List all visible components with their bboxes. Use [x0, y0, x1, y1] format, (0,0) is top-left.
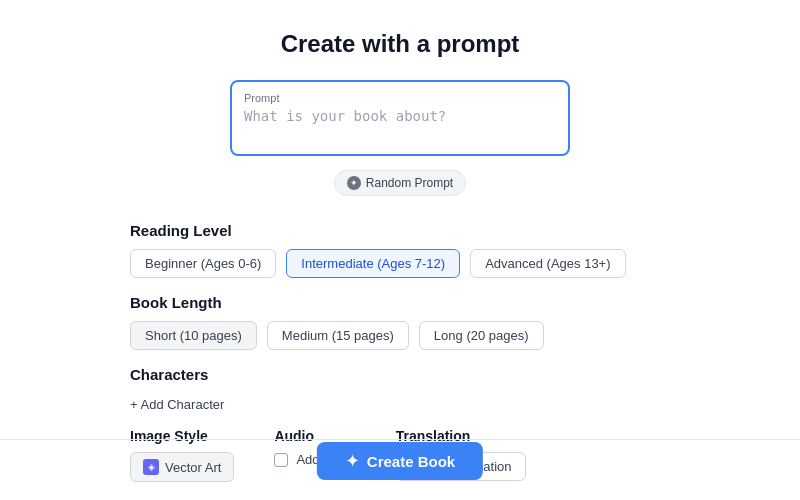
- create-book-button[interactable]: ✦ Create Book: [317, 442, 483, 480]
- reading-level-section: Reading Level Beginner (Ages 0-6) Interm…: [130, 222, 670, 278]
- reading-level-label: Reading Level: [130, 222, 670, 239]
- page-title: Create with a prompt: [281, 30, 520, 58]
- characters-label: Characters: [130, 366, 670, 383]
- image-style-button[interactable]: ◈ Vector Art: [130, 452, 234, 482]
- book-length-medium[interactable]: Medium (15 pages): [267, 321, 409, 350]
- reading-level-options: Beginner (Ages 0-6) Intermediate (Ages 7…: [130, 249, 670, 278]
- create-book-icon: ✦: [345, 452, 360, 470]
- image-style-value: Vector Art: [165, 460, 221, 475]
- prompt-wrapper: Prompt: [230, 80, 570, 156]
- bottom-divider: [0, 439, 800, 440]
- book-length-options: Short (10 pages) Medium (15 pages) Long …: [130, 321, 670, 350]
- reading-level-advanced[interactable]: Advanced (Ages 13+): [470, 249, 625, 278]
- image-style-label: Image Style: [130, 428, 234, 444]
- form-section: Reading Level Beginner (Ages 0-6) Interm…: [130, 206, 670, 482]
- add-character-button[interactable]: + Add Character: [130, 393, 224, 416]
- reading-level-intermediate[interactable]: Intermediate (Ages 7-12): [286, 249, 460, 278]
- prompt-section: Prompt: [230, 80, 570, 156]
- page-container: Create with a prompt Prompt ✦ Random Pro…: [0, 0, 800, 500]
- characters-section: Characters + Add Character: [130, 366, 670, 416]
- create-book-label: Create Book: [367, 453, 455, 470]
- random-prompt-button[interactable]: ✦ Random Prompt: [334, 170, 466, 196]
- book-length-label: Book Length: [130, 294, 670, 311]
- book-length-short[interactable]: Short (10 pages): [130, 321, 257, 350]
- random-prompt-label: Random Prompt: [366, 176, 453, 190]
- reading-level-beginner[interactable]: Beginner (Ages 0-6): [130, 249, 276, 278]
- vector-art-icon: ◈: [143, 459, 159, 475]
- prompt-input[interactable]: [244, 108, 556, 140]
- prompt-label: Prompt: [244, 92, 556, 104]
- book-length-long[interactable]: Long (20 pages): [419, 321, 544, 350]
- random-icon: ✦: [347, 176, 361, 190]
- book-length-section: Book Length Short (10 pages) Medium (15 …: [130, 294, 670, 350]
- image-style-section: Image Style ◈ Vector Art: [130, 428, 234, 482]
- audio-checkbox[interactable]: [274, 453, 288, 467]
